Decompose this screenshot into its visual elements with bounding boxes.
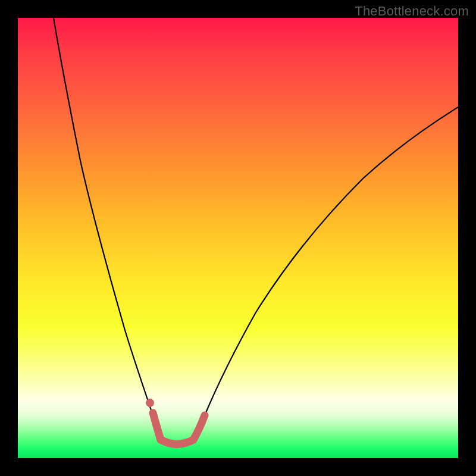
highlight-dot <box>146 399 154 407</box>
watermark-text: TheBottleneck.com <box>355 4 469 19</box>
curve-group <box>54 18 458 444</box>
highlight-arc-stroke <box>161 440 193 444</box>
highlight-right-stroke <box>193 415 205 440</box>
chart-svg <box>18 18 458 458</box>
highlight-group <box>146 399 205 444</box>
left-branch <box>54 18 161 440</box>
plot-frame <box>18 18 458 458</box>
right-branch <box>193 107 458 440</box>
highlight-left-stroke <box>153 413 161 440</box>
